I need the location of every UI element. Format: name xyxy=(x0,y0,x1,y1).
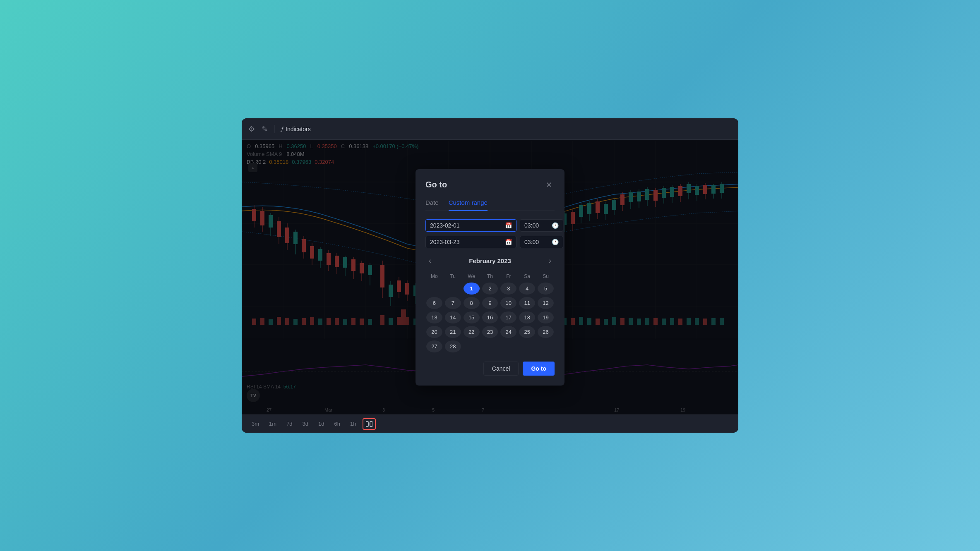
dow-mo: Mo xyxy=(425,272,443,281)
cal-day-7[interactable]: 7 xyxy=(445,297,461,309)
end-date-input[interactable] xyxy=(430,239,502,245)
indicators-label: Indicators xyxy=(286,126,311,132)
time-btn-3m[interactable]: 3m xyxy=(248,419,262,429)
dow-sa: Sa xyxy=(518,272,536,281)
cal-day-3[interactable]: 3 xyxy=(500,283,516,295)
bottom-toolbar: 3m 1m 7d 3d 1d 6h 1h xyxy=(242,414,738,433)
dow-fr: Fr xyxy=(500,272,517,281)
cal-day-19[interactable]: 19 xyxy=(538,311,554,323)
calendar-icon-end[interactable]: 📅 xyxy=(505,239,512,245)
dow-su: Su xyxy=(537,272,555,281)
cal-day-13[interactable]: 13 xyxy=(426,311,442,323)
end-time-input[interactable] xyxy=(524,239,549,245)
clock-icon-start[interactable]: 🕐 xyxy=(552,222,559,229)
start-date-input[interactable] xyxy=(430,222,502,229)
cal-day-23[interactable]: 23 xyxy=(482,326,498,338)
time-btn-6h[interactable]: 6h xyxy=(331,419,343,429)
cal-day-8[interactable]: 8 xyxy=(464,297,480,309)
modal-overlay: Go to ✕ Date Custom range 📅 🕐 xyxy=(242,140,738,414)
cal-day-27[interactable]: 27 xyxy=(426,340,442,352)
dow-tu: Tu xyxy=(444,272,462,281)
cal-day-11[interactable]: 11 xyxy=(519,297,535,309)
end-date-row: 📅 🕐 xyxy=(425,236,555,248)
cal-day-1[interactable]: 1 xyxy=(464,283,480,295)
goto-button[interactable]: Go to xyxy=(523,362,555,376)
start-date-input-wrap[interactable]: 📅 xyxy=(425,219,516,232)
cal-day-empty-4 xyxy=(482,340,498,352)
prev-month-button[interactable]: ‹ xyxy=(425,255,435,267)
dialog-header: Go to ✕ xyxy=(425,179,555,191)
start-time-input-wrap[interactable]: 🕐 xyxy=(520,219,563,232)
range-icon-button[interactable] xyxy=(363,418,376,430)
settings-icon[interactable]: ⚙ xyxy=(248,125,255,134)
indicators-icon: 𝑓 xyxy=(281,125,283,132)
cal-day-empty-7 xyxy=(538,340,554,352)
svg-rect-195 xyxy=(370,422,372,426)
cal-day-18[interactable]: 18 xyxy=(519,311,535,323)
cal-day-empty-5 xyxy=(500,340,516,352)
time-btn-7d[interactable]: 7d xyxy=(283,419,295,429)
cal-day-15[interactable]: 15 xyxy=(464,311,480,323)
toolbar: ⚙ ✎ 𝑓 Indicators xyxy=(242,118,738,140)
time-btn-1m[interactable]: 1m xyxy=(266,419,280,429)
cal-day-5[interactable]: 5 xyxy=(538,283,554,295)
indicators-button[interactable]: 𝑓 Indicators xyxy=(281,125,311,132)
cal-day-14[interactable]: 14 xyxy=(445,311,461,323)
dialog-footer: Cancel Go to xyxy=(425,362,555,376)
cal-day-empty-1 xyxy=(426,283,442,295)
dialog-title: Go to xyxy=(425,180,447,189)
time-btn-3d[interactable]: 3d xyxy=(299,419,312,429)
cal-day-21[interactable]: 21 xyxy=(445,326,461,338)
cal-day-empty-3 xyxy=(464,340,480,352)
calendar-month: February 2023 xyxy=(469,257,511,264)
cal-day-12[interactable]: 12 xyxy=(538,297,554,309)
cal-day-28[interactable]: 28 xyxy=(445,340,461,352)
svg-rect-194 xyxy=(366,422,368,426)
start-date-row: 📅 🕐 xyxy=(425,219,555,232)
close-button[interactable]: ✕ xyxy=(543,179,555,191)
calendar-icon-start[interactable]: 📅 xyxy=(505,222,512,229)
cal-day-empty-2 xyxy=(445,283,461,295)
cal-day-25[interactable]: 25 xyxy=(519,326,535,338)
next-month-button[interactable]: › xyxy=(545,255,555,267)
time-btn-1h[interactable]: 1h xyxy=(347,419,359,429)
end-date-input-wrap[interactable]: 📅 xyxy=(425,236,516,248)
main-window: ⚙ ✎ 𝑓 Indicators O 0.35965 H 0.36250 L 0… xyxy=(242,118,738,433)
calendar-grid: Mo Tu We Th Fr Sa Su 1 2 3 4 xyxy=(425,272,555,353)
dialog-tabs: Date Custom range xyxy=(425,199,555,211)
cal-day-24[interactable]: 24 xyxy=(500,326,516,338)
cal-day-17[interactable]: 17 xyxy=(500,311,516,323)
cal-day-4[interactable]: 4 xyxy=(519,283,535,295)
dow-th: Th xyxy=(481,272,499,281)
toolbar-divider xyxy=(274,125,275,133)
cal-day-9[interactable]: 9 xyxy=(482,297,498,309)
cal-day-20[interactable]: 20 xyxy=(426,326,442,338)
cal-day-10[interactable]: 10 xyxy=(500,297,516,309)
tab-date[interactable]: Date xyxy=(425,199,439,211)
cal-day-22[interactable]: 22 xyxy=(464,326,480,338)
calendar: ‹ February 2023 › Mo Tu We Th Fr Sa Su xyxy=(425,255,555,353)
cal-day-26[interactable]: 26 xyxy=(538,326,554,338)
cal-day-16[interactable]: 16 xyxy=(482,311,498,323)
end-time-input-wrap[interactable]: 🕐 xyxy=(520,236,563,248)
cal-day-empty-6 xyxy=(519,340,535,352)
clock-icon-end[interactable]: 🕐 xyxy=(552,239,559,245)
start-time-input[interactable] xyxy=(524,222,549,229)
dow-we: We xyxy=(463,272,480,281)
cancel-button[interactable]: Cancel xyxy=(483,362,519,376)
dialog: Go to ✕ Date Custom range 📅 🕐 xyxy=(416,169,564,386)
time-btn-1d[interactable]: 1d xyxy=(315,419,327,429)
chart-area: O 0.35965 H 0.36250 L 0.35350 C 0.36138 … xyxy=(242,140,738,414)
calendar-header: ‹ February 2023 › xyxy=(425,255,555,267)
drawing-tools-icon[interactable]: ✎ xyxy=(262,125,268,134)
cal-day-2[interactable]: 2 xyxy=(482,283,498,295)
cal-day-6[interactable]: 6 xyxy=(426,297,442,309)
tab-custom-range[interactable]: Custom range xyxy=(449,199,488,211)
